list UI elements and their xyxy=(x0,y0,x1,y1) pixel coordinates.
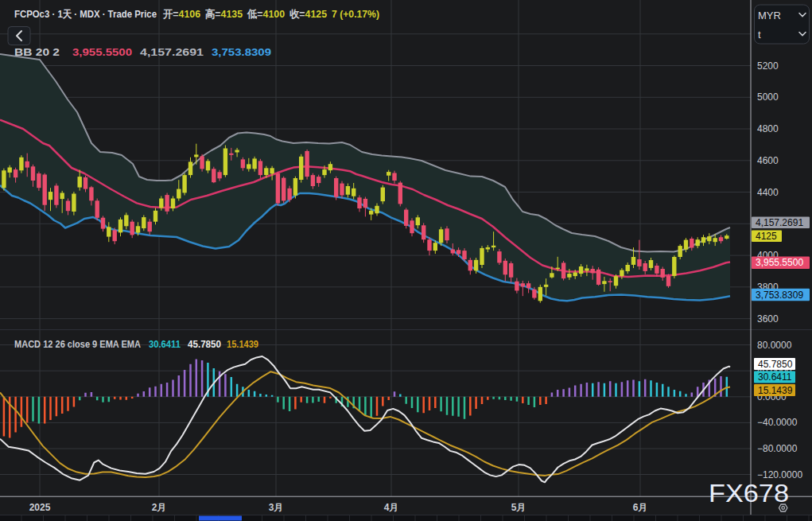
svg-text:2025: 2025 xyxy=(29,502,51,513)
svg-text:5200: 5200 xyxy=(757,60,779,72)
svg-text:3,753.8309: 3,753.8309 xyxy=(212,46,271,58)
svg-text:45.7850: 45.7850 xyxy=(758,359,793,370)
svg-text:3,753.8309: 3,753.8309 xyxy=(756,290,803,301)
svg-text:−40.0000: −40.0000 xyxy=(757,417,798,428)
svg-text:5月: 5月 xyxy=(511,502,526,513)
svg-text:30.6411: 30.6411 xyxy=(149,338,181,350)
svg-text:5000: 5000 xyxy=(757,91,779,103)
svg-text:7 (+0.17%): 7 (+0.17%) xyxy=(332,8,379,20)
svg-text:4月: 4月 xyxy=(384,502,399,513)
svg-text:3600: 3600 xyxy=(757,313,779,325)
svg-text:BB 20 2: BB 20 2 xyxy=(14,46,60,58)
svg-text:开=4106: 开=4106 xyxy=(162,8,200,20)
svg-text:4600: 4600 xyxy=(757,155,779,166)
svg-text:−80.0000: −80.0000 xyxy=(757,443,798,454)
svg-text:4,157.2691: 4,157.2691 xyxy=(756,217,803,228)
svg-text:15.1439: 15.1439 xyxy=(758,385,793,396)
svg-text:低=4100: 低=4100 xyxy=(247,8,285,20)
svg-text:15.1439: 15.1439 xyxy=(227,338,258,350)
svg-text:80.0000: 80.0000 xyxy=(757,340,792,351)
svg-text:收=4125: 收=4125 xyxy=(289,8,327,20)
svg-text:高=4135: 高=4135 xyxy=(205,8,243,20)
svg-text:3月: 3月 xyxy=(269,502,284,513)
svg-text:MACD 12 26 close 9 EMA EMA: MACD 12 26 close 9 EMA EMA xyxy=(14,338,142,350)
svg-text:4,157.2691: 4,157.2691 xyxy=(140,46,204,58)
svg-text:FX678: FX678 xyxy=(709,479,789,507)
svg-text:4125: 4125 xyxy=(756,231,777,242)
svg-text:4400: 4400 xyxy=(757,187,779,198)
svg-text:FCPOc3 · 1天 · MDX · Trade Pric: FCPOc3 · 1天 · MDX · Trade Price xyxy=(14,8,157,20)
svg-text:2月: 2月 xyxy=(152,502,167,513)
svg-text:45.7850: 45.7850 xyxy=(188,338,221,350)
svg-text:MYR: MYR xyxy=(758,10,781,21)
svg-text:4800: 4800 xyxy=(757,123,779,134)
svg-text:3,955.5500: 3,955.5500 xyxy=(72,46,132,58)
svg-text:3,955.5500: 3,955.5500 xyxy=(756,257,803,268)
svg-text:t: t xyxy=(758,29,761,41)
svg-text:30.6411: 30.6411 xyxy=(758,371,792,383)
svg-text:6月: 6月 xyxy=(633,502,648,513)
